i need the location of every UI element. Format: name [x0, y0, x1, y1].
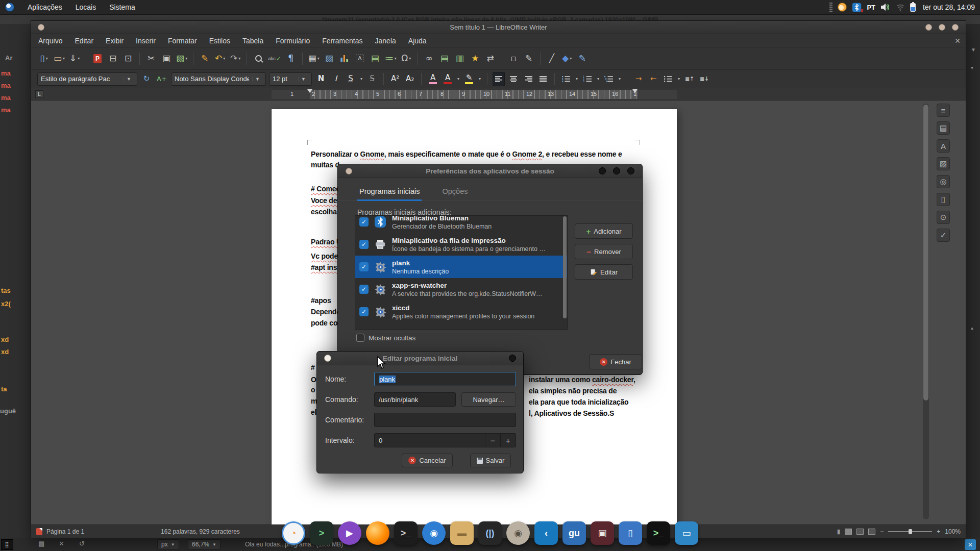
- close-document-icon[interactable]: ✕: [954, 37, 961, 45]
- checkbox-checked-icon[interactable]: ✓: [359, 217, 369, 227]
- console-green-icon[interactable]: >: [310, 521, 333, 545]
- command-input[interactable]: [379, 396, 451, 404]
- volume-icon[interactable]: [880, 3, 891, 11]
- undo-icon[interactable]: ↺: [79, 540, 85, 547]
- zoom-level[interactable]: 100%: [945, 528, 961, 535]
- font-name-combo[interactable]: Noto Sans Display Conden▼: [171, 72, 266, 86]
- dialog-titlebar[interactable]: Preferências dos aplicativos de sessão: [338, 164, 642, 178]
- underline-button[interactable]: S: [345, 72, 357, 86]
- redo-icon[interactable]: ↷▾: [229, 51, 242, 66]
- align-center-button[interactable]: [507, 72, 520, 86]
- formatting-marks-icon[interactable]: ¶: [284, 51, 298, 66]
- taskbar-close-icon[interactable]: ✕: [965, 539, 976, 550]
- insert-table-icon[interactable]: ▦▾: [307, 51, 321, 66]
- startup-item-row[interactable]: ✓plankNenhuma descrição: [355, 256, 567, 278]
- add-button[interactable]: + Adicionar: [575, 223, 633, 239]
- align-justify-button[interactable]: [537, 72, 549, 86]
- name-field[interactable]: plank: [374, 372, 516, 386]
- gimp-icon[interactable]: ◉: [506, 521, 530, 545]
- decrease-indent-button[interactable]: ←: [647, 72, 659, 86]
- line-spacing-button[interactable]: [662, 72, 674, 86]
- show-hidden-checkbox[interactable]: Mostrar ocultas: [356, 334, 415, 342]
- insert-line-icon[interactable]: ╱: [545, 51, 558, 66]
- close-icon[interactable]: ✕: [59, 540, 64, 547]
- navigator-icon[interactable]: ◎: [937, 175, 950, 188]
- unordered-list-button[interactable]: [560, 72, 572, 86]
- print-icon[interactable]: ⊟: [106, 51, 119, 66]
- paragraph-style-combo[interactable]: Estilo de parágrafo Pac▼: [37, 72, 137, 86]
- zoom-out-icon[interactable]: −: [880, 528, 884, 535]
- startup-item-row[interactable]: ✓xiccdApplies color management profiles …: [355, 300, 567, 323]
- ordered-list-button[interactable]: 123: [581, 72, 594, 86]
- spelling-icon[interactable]: abc✓: [267, 51, 282, 66]
- subscript-button[interactable]: A₂: [404, 72, 416, 86]
- kvm-switch-icon[interactable]: (|): [478, 521, 502, 545]
- new-style-button[interactable]: A+: [156, 72, 168, 86]
- style-inspector-icon[interactable]: ⊙: [937, 211, 950, 224]
- strikethrough-button[interactable]: S: [366, 72, 378, 86]
- insert-page-break-icon[interactable]: ▤: [369, 51, 382, 66]
- cancel-button[interactable]: ✕ Cancelar: [402, 454, 453, 467]
- startup-item-row[interactable]: ✓xapp-sn-watcherA service that provides …: [355, 278, 567, 300]
- panel-menu-aplicacoes[interactable]: Aplicações: [28, 3, 62, 11]
- italic-button[interactable]: I: [330, 72, 342, 86]
- checkbox-checked-icon[interactable]: ✓: [359, 307, 369, 316]
- save-icon[interactable]: ⇓▾: [68, 51, 81, 66]
- writer-document-icon[interactable]: ▯: [619, 521, 642, 545]
- show-draw-functions-icon[interactable]: ✎: [576, 51, 589, 66]
- panel-menu-locais[interactable]: Locais: [76, 3, 96, 11]
- chevron-down-icon[interactable]: ▾: [971, 65, 973, 70]
- startup-item-row[interactable]: ✓Miniaplicativo BluemanGerenciador de Bl…: [355, 215, 567, 233]
- paragraph-spacing-increase-button[interactable]: ≣↑: [683, 72, 696, 86]
- vertical-scrollbar[interactable]: [923, 104, 929, 519]
- writer-titlebar[interactable]: Sem título 1 — LibreOffice Writer: [31, 21, 966, 34]
- single-page-view-icon[interactable]: [845, 529, 852, 535]
- tab-stop-selector[interactable]: L: [35, 90, 43, 98]
- accessibility-check-icon[interactable]: ✓: [937, 229, 950, 242]
- chevron-up-icon[interactable]: ▴: [971, 325, 973, 331]
- network-icon[interactable]: [896, 4, 905, 11]
- insert-field-icon[interactable]: ≔▾: [384, 51, 398, 66]
- horizontal-ruler[interactable]: L 123456789101112131415161718: [31, 88, 966, 101]
- track-changes-icon[interactable]: ✎: [522, 51, 535, 66]
- menu-formatar[interactable]: Formatar: [168, 37, 197, 45]
- insert-image-icon[interactable]: ▨: [323, 51, 336, 66]
- checkbox-checked-icon[interactable]: ✓: [359, 240, 369, 249]
- startup-programs-list[interactable]: ✓Miniaplicativo BluemanGerenciador de Bl…: [355, 215, 568, 330]
- keyboard-layout-indicator[interactable]: PT: [867, 4, 875, 11]
- panel-menu-sistema[interactable]: Sistema: [109, 3, 135, 11]
- clone-formatting-icon[interactable]: ✎: [198, 51, 211, 66]
- find-replace-icon[interactable]: [252, 51, 265, 66]
- indent-marker[interactable]: [632, 89, 638, 93]
- gimp-zoom-select[interactable]: 66,7%▼: [188, 539, 220, 549]
- undo-icon[interactable]: ↶▾: [213, 51, 227, 66]
- chat-app-icon[interactable]: ◉: [422, 521, 446, 545]
- unit-select[interactable]: px▼: [157, 539, 179, 549]
- menu-estilos[interactable]: Estilos: [209, 37, 230, 45]
- checkbox-unchecked-icon[interactable]: [356, 334, 364, 342]
- highlight-color-button[interactable]: ✎: [463, 72, 475, 86]
- open-file-icon[interactable]: ▭▾: [53, 51, 66, 66]
- insert-text-box-icon[interactable]: A: [353, 51, 366, 66]
- chevron-down-icon[interactable]: ▼: [971, 47, 976, 53]
- clock[interactable]: ter out 28, 14:09: [923, 3, 975, 11]
- insert-bookmark-icon[interactable]: ★: [469, 51, 482, 66]
- startup-item-row[interactable]: ✓Miniaplicativo da fila de impressãoÍcon…: [355, 233, 567, 256]
- export-pdf-icon[interactable]: P: [91, 51, 104, 66]
- vscode-icon[interactable]: ‹: [534, 521, 558, 545]
- browse-button[interactable]: Navegar…: [461, 392, 516, 407]
- comment-input[interactable]: [379, 416, 511, 424]
- menu-tabela[interactable]: Tabela: [242, 37, 263, 45]
- insert-chart-icon[interactable]: [338, 51, 351, 66]
- save-button[interactable]: Salvar: [470, 454, 511, 467]
- firefox-icon[interactable]: [366, 521, 389, 545]
- insert-footnote-icon[interactable]: ▤: [438, 51, 451, 66]
- delay-spinner[interactable]: 0 − +: [374, 433, 516, 447]
- font-size-combo[interactable]: 12 pt▼: [269, 72, 312, 86]
- new-document-icon[interactable]: ▯▾: [37, 51, 51, 66]
- properties-icon[interactable]: ▤: [937, 121, 950, 135]
- insert-endnote-icon[interactable]: ▥: [453, 51, 467, 66]
- font-color-button[interactable]: A: [442, 72, 454, 86]
- page-count[interactable]: Página 1 de 1: [46, 528, 84, 535]
- menu-inserir[interactable]: Inserir: [136, 37, 156, 45]
